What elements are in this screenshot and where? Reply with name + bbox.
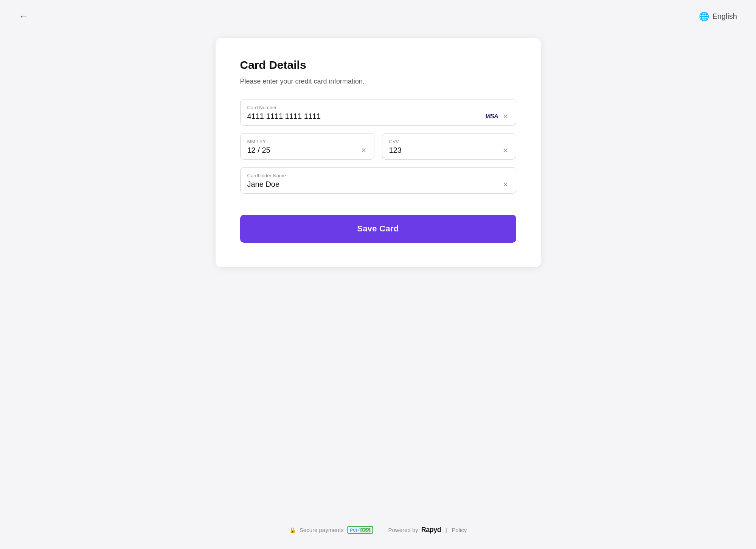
language-label: English <box>712 12 737 21</box>
cvv-input-wrapper[interactable]: CVV 123 ✕ <box>382 133 516 160</box>
pci-text: PCI <box>350 528 357 532</box>
powered-text: Powered by <box>388 527 418 533</box>
cvv-label: CVV <box>389 139 509 144</box>
cardholder-value: Jane Doe <box>247 180 502 189</box>
expiry-cvv-row: MM / YY 12 / 25 ✕ CVV 123 <box>240 133 516 160</box>
cvv-value: 123 <box>389 146 502 155</box>
expiry-clear-button[interactable]: ✕ <box>360 146 367 155</box>
card-details-subtitle: Please enter your credit card informatio… <box>240 78 516 85</box>
footer: 🔒 Secure payments PCI ✓ DSS Powered by R… <box>289 526 467 534</box>
expiry-label: MM / YY <box>247 139 367 144</box>
expiry-field-group: MM / YY 12 / 25 ✕ <box>240 133 374 160</box>
main-content: Card Details Please enter your credit ca… <box>216 30 541 267</box>
checkmark-icon: ✓ <box>357 527 360 532</box>
language-selector[interactable]: 🌐 English <box>699 12 737 22</box>
card-number-actions: VISA ✕ <box>485 112 509 121</box>
expiry-input-wrapper[interactable]: MM / YY 12 / 25 ✕ <box>240 133 374 160</box>
save-card-button[interactable]: Save Card <box>240 215 516 243</box>
expiry-value: 12 / 25 <box>247 146 360 155</box>
pci-dss-badge: PCI ✓ DSS <box>348 526 373 534</box>
cardholder-input-wrapper[interactable]: Cardholder Name Jane Doe ✕ <box>240 167 516 194</box>
card-number-clear-button[interactable]: ✕ <box>502 112 509 121</box>
cardholder-actions: ✕ <box>502 180 509 189</box>
rapyd-logo: Rapyd <box>421 526 441 534</box>
powered-by: Powered by Rapyd | Policy <box>388 526 467 534</box>
policy-link[interactable]: Policy <box>452 527 467 533</box>
expiry-field-row: 12 / 25 ✕ <box>247 146 367 155</box>
footer-divider: | <box>446 527 447 533</box>
card-details-title: Card Details <box>240 59 516 71</box>
secure-payments: 🔒 Secure payments PCI ✓ DSS <box>289 526 373 534</box>
cardholder-field-row: Jane Doe ✕ <box>247 180 509 189</box>
cvv-field-row: 123 ✕ <box>389 146 509 155</box>
back-button[interactable]: ← <box>19 11 29 22</box>
card-container: Card Details Please enter your credit ca… <box>216 38 541 267</box>
cardholder-field-group: Cardholder Name Jane Doe ✕ <box>240 167 516 194</box>
cvv-field-group: CVV 123 ✕ <box>382 133 516 160</box>
cvv-actions: ✕ <box>502 146 509 155</box>
card-number-input-wrapper[interactable]: Card Number 4111 1111 1111 1111 VISA ✕ <box>240 99 516 126</box>
card-number-field-row: 4111 1111 1111 1111 VISA ✕ <box>247 112 509 121</box>
card-number-field-group: Card Number 4111 1111 1111 1111 VISA ✕ <box>240 99 516 126</box>
back-arrow-icon: ← <box>19 11 29 22</box>
globe-icon: 🌐 <box>699 12 709 22</box>
dss-text: DSS <box>360 528 371 532</box>
cardholder-clear-button[interactable]: ✕ <box>502 180 509 189</box>
cvv-clear-button[interactable]: ✕ <box>502 146 509 155</box>
card-number-label: Card Number <box>247 105 509 110</box>
card-number-value: 4111 1111 1111 1111 <box>247 112 486 121</box>
lock-icon: 🔒 <box>289 527 296 533</box>
top-bar: ← 🌐 English <box>0 0 756 33</box>
secure-text: Secure payments <box>300 527 344 533</box>
cardholder-label: Cardholder Name <box>247 173 509 178</box>
expiry-actions: ✕ <box>360 146 367 155</box>
visa-logo: VISA <box>485 113 498 120</box>
